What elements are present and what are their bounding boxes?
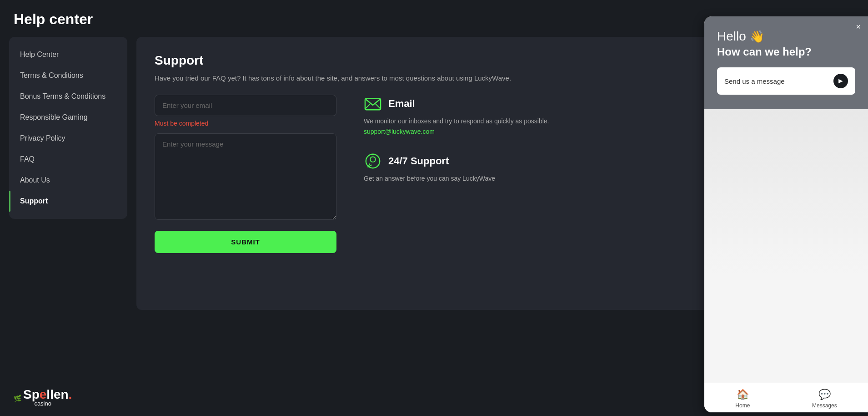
- email-link[interactable]: support@luckywave.com: [364, 128, 435, 135]
- send-arrow-icon: ►: [833, 74, 848, 88]
- support-block-title: 24/7 Support: [388, 155, 449, 167]
- logo-area: 🌿 Spellen. casino: [14, 387, 72, 407]
- sidebar-item-about-us[interactable]: About Us: [9, 170, 127, 191]
- chat-header: × Hello 👋 How can we help? Send us a mes…: [704, 16, 868, 109]
- logo-icon: 🌿: [14, 395, 21, 402]
- send-message-label: Send us a message: [724, 77, 785, 85]
- chat-body: [704, 109, 868, 383]
- sidebar: Help Center Terms & Conditions Bonus Ter…: [9, 37, 127, 219]
- sidebar-item-bonus-terms[interactable]: Bonus Terms & Conditions: [9, 86, 127, 107]
- sidebar-item-faq[interactable]: FAQ: [9, 149, 127, 170]
- chat-hello: Hello 👋: [717, 29, 855, 44]
- sidebar-item-help-center[interactable]: Help Center: [9, 44, 127, 65]
- email-block-title: Email: [388, 98, 415, 110]
- email-input[interactable]: [155, 95, 336, 116]
- home-icon: 🏠: [737, 389, 749, 401]
- sidebar-item-privacy-policy[interactable]: Privacy Policy: [9, 128, 127, 149]
- chat-hello-text: Hello: [717, 29, 746, 44]
- support-chat-icon: [364, 152, 382, 170]
- chat-home-label: Home: [735, 402, 750, 409]
- email-error: Must be completed: [155, 120, 336, 127]
- chat-close-button[interactable]: ×: [856, 23, 861, 31]
- message-textarea[interactable]: [155, 133, 336, 220]
- svg-point-1: [366, 154, 380, 168]
- chat-wave-emoji: 👋: [750, 30, 764, 44]
- logo-dot: .: [69, 387, 72, 401]
- chat-messages-button[interactable]: 💬 Messages: [812, 389, 837, 409]
- chat-footer: 🏠 Home 💬 Messages: [704, 383, 868, 412]
- messages-icon: 💬: [818, 389, 831, 401]
- form-left: Must be completed SUBMIT: [155, 95, 336, 253]
- submit-button[interactable]: SUBMIT: [155, 231, 336, 253]
- chat-messages-label: Messages: [812, 402, 837, 409]
- chat-widget: × Hello 👋 How can we help? Send us a mes…: [704, 16, 868, 412]
- sidebar-item-responsible-gaming[interactable]: Responsible Gaming: [9, 107, 127, 128]
- send-message-button[interactable]: Send us a message ►: [717, 67, 855, 95]
- sidebar-item-support[interactable]: Support: [9, 191, 127, 212]
- sidebar-item-terms[interactable]: Terms & Conditions: [9, 65, 127, 86]
- email-icon: [364, 95, 382, 113]
- chat-home-button[interactable]: 🏠 Home: [735, 389, 750, 409]
- chat-subtitle: How can we help?: [717, 46, 855, 58]
